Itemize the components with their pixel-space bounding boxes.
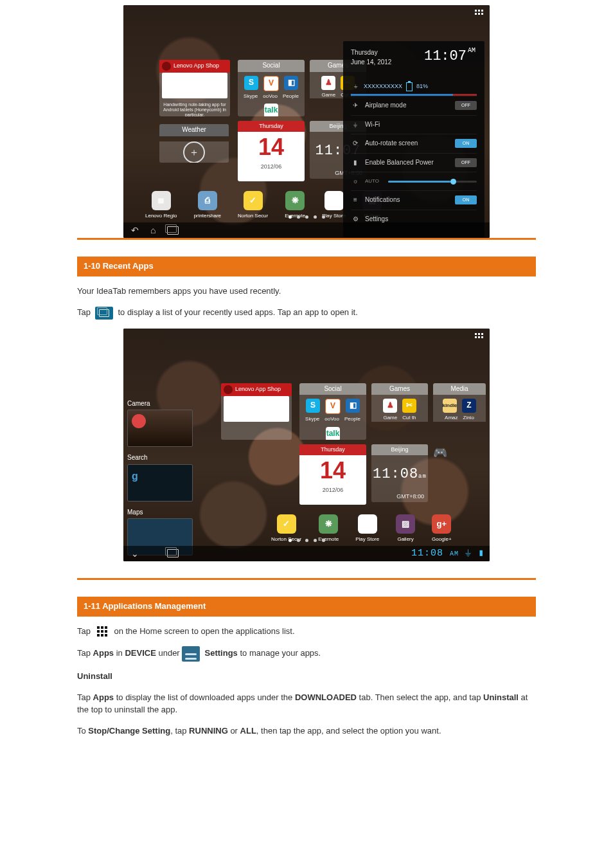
wifi-ssid: XXXXXXXXXX xyxy=(364,82,402,91)
weather-title: Weather xyxy=(159,124,229,136)
qs-balanced[interactable]: ▮Enable Balanced PowerOFF xyxy=(351,153,477,172)
lenovo-badge-icon xyxy=(224,385,233,394)
qs-wifi[interactable]: ⏚Wi-Fi xyxy=(351,115,477,134)
appshop-desc: Handwriting note-taking app for Android … xyxy=(159,100,230,116)
talk-icon[interactable]: talk xyxy=(264,104,278,116)
section-heading-recent: 1-10 Recent Apps xyxy=(77,257,536,276)
recents-icon[interactable] xyxy=(167,549,179,557)
wifi-icon: ⏚ xyxy=(351,120,360,129)
recents-camera[interactable]: Camera xyxy=(127,399,203,448)
chevron-down-icon[interactable]: ⌄ xyxy=(131,547,139,560)
add-weather-icon[interactable] xyxy=(183,141,205,163)
brightness-slider[interactable] xyxy=(388,181,477,183)
skype-icon[interactable]: S xyxy=(306,399,320,413)
battery-icon: ▮ xyxy=(351,158,360,167)
people-icon[interactable]: ◧ xyxy=(284,76,298,90)
apps-tap-line: Tap on the Home screen to open the appli… xyxy=(77,626,536,638)
section-heading-apps: 1-11 Applications Management xyxy=(77,597,536,617)
lenovo-badge-icon xyxy=(162,62,171,71)
qs-rotate[interactable]: ⟳Auto-rotate screenON xyxy=(351,134,477,153)
settings-inline-icon xyxy=(182,646,200,662)
statusbar xyxy=(123,329,490,343)
qs-brightness[interactable]: ☼AUTO xyxy=(351,172,477,190)
screenshot-status-panel: Lenovo App Shop Handwriting note-taking … xyxy=(123,5,490,238)
statusbar xyxy=(123,5,490,19)
widget-games[interactable]: Games ♟✂ GameCut th xyxy=(371,383,428,440)
quick-settings-panel[interactable]: Thursday June 14, 2012 11:07AM ⏚ XXXXXXX… xyxy=(343,41,484,237)
skype-icon[interactable]: S xyxy=(244,76,258,90)
appshop-card xyxy=(224,396,289,422)
rotate-toggle[interactable]: ON xyxy=(455,139,477,148)
people-icon[interactable]: ◧ xyxy=(346,399,360,413)
widget-social[interactable]: Social S V ◧ Skype ooVoo People talk Tal… xyxy=(238,60,305,116)
recents-list: Camera Search Maps Settings xyxy=(123,399,203,561)
qs-notifications[interactable]: ≡NotificationsON xyxy=(351,190,477,210)
widget-social[interactable]: Social SV◧ SkypeooVooPeople talk Talk xyxy=(299,383,366,440)
widget-date[interactable]: Thursday 14 2012/06 xyxy=(299,444,366,505)
recent-intro: Your IdeaTab remembers apps you have use… xyxy=(77,285,536,298)
recents-search[interactable]: Search xyxy=(127,453,203,502)
widget-app-shop[interactable]: Lenovo App Shop Handwriting note-taking … xyxy=(159,60,230,116)
all-apps-inline-icon xyxy=(95,626,109,637)
cuttherope-icon[interactable]: ✂ xyxy=(402,399,416,413)
game-icon[interactable]: ♟ xyxy=(321,76,335,90)
recents-inline-icon xyxy=(95,307,113,320)
amazon-icon[interactable]: kindle xyxy=(443,399,457,413)
rotate-icon: ⟳ xyxy=(351,139,360,148)
panel-time: 11:07AM xyxy=(424,46,475,67)
talk-icon[interactable]: talk xyxy=(326,427,340,440)
manage-line: Tap Apps in DEVICE under Settings to man… xyxy=(77,646,536,662)
widget-date[interactable]: Thursday 14 2012/06 xyxy=(238,121,305,181)
uninstall-heading: Uninstall xyxy=(77,671,112,681)
widget-game-controller[interactable]: 🎮 xyxy=(433,444,451,460)
social-title: Social xyxy=(238,60,305,72)
screenshot-recents: Lenovo App Shop Social SV◧ SkypeooVooPeo… xyxy=(123,329,490,561)
widget-weather[interactable]: Weather xyxy=(159,124,229,163)
notifications-icon: ≡ xyxy=(351,195,360,204)
recents-icon[interactable] xyxy=(167,226,179,235)
widget-clock[interactable]: Beijing 11:08am GMT+8:00 xyxy=(371,444,428,502)
airplane-icon: ✈ xyxy=(351,101,360,110)
navbar-clock: 11:08 AM ⏚ ▮ xyxy=(411,547,490,561)
status-apps-icon xyxy=(475,333,483,338)
qs-airplane[interactable]: ✈Airplane modeOFF xyxy=(351,96,477,115)
game-icon[interactable]: ♟ xyxy=(383,399,397,413)
uninstall-line: Tap Apps to display the list of download… xyxy=(77,692,536,716)
appshop-card xyxy=(162,73,227,98)
oovoo-icon[interactable]: V xyxy=(325,399,341,414)
balanced-toggle[interactable]: OFF xyxy=(455,158,477,167)
wifi-icon: ⏚ xyxy=(351,82,360,91)
back-icon[interactable]: ↶ xyxy=(131,224,139,237)
airplane-toggle[interactable]: OFF xyxy=(455,101,477,110)
recent-tap-line: Tap to display a list of your recently u… xyxy=(77,307,536,320)
zinio-icon[interactable]: Z xyxy=(462,399,476,413)
home-icon[interactable]: ⌂ xyxy=(150,224,155,237)
date-day: 14 xyxy=(238,136,305,159)
system-navbar: ↶ ⌂ xyxy=(123,222,490,238)
battery-pct: 81% xyxy=(416,82,428,91)
appshop-title: Lenovo App Shop xyxy=(173,62,219,70)
status-apps-icon xyxy=(475,10,483,15)
widget-media[interactable]: Media kindleZ AmazZinio xyxy=(433,383,486,440)
widget-app-shop[interactable]: Lenovo App Shop xyxy=(221,383,292,440)
brightness-icon: ☼ xyxy=(351,177,360,186)
battery-icon xyxy=(406,82,413,91)
notifications-toggle[interactable]: ON xyxy=(455,195,477,204)
stop-change-line: To Stop/Change Setting, tap RUNNING or A… xyxy=(77,725,536,737)
oovoo-icon[interactable]: V xyxy=(263,76,279,91)
system-navbar: ⌄ ⌂ 11:08 AM ⏚ ▮ xyxy=(123,546,490,561)
